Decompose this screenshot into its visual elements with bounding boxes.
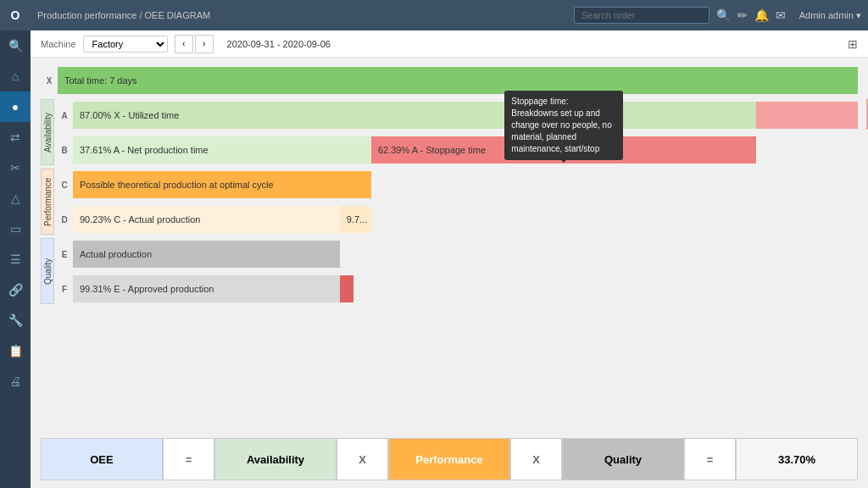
breadcrumb: Production performance / OEE DIAGRAM [37, 10, 567, 20]
row-d-text: 90.23% C - Actual production [80, 214, 200, 225]
row-b-main-bar: 37.61% A - Net production time [73, 136, 371, 164]
sidebar-icon-exchange[interactable]: ⇄ [0, 122, 31, 152]
formula-result-label: 33.70% [778, 453, 815, 466]
sidebar-icon-tools[interactable]: ✂ [0, 152, 31, 183]
row-c-main-bar: Possible theoretical production at optim… [73, 171, 371, 198]
search-icon[interactable]: 🔍 [716, 8, 731, 22]
machine-select[interactable]: Factory [83, 36, 168, 53]
date-range: 2020-09-31 - 2020-09-06 [227, 39, 331, 49]
mail-icon[interactable]: ✉ [776, 8, 786, 22]
performance-vertical-label: Performance [41, 169, 54, 235]
performance-group: Performance C Possible theoretical produ… [41, 169, 858, 236]
formula-perf-box: Performance [388, 438, 510, 480]
row-a-label: A [56, 111, 73, 120]
main-area: Production performance / OEE DIAGRAM 🔍 ✏… [31, 0, 868, 488]
sidebar-icon-printer[interactable]: 🖨 [0, 366, 31, 396]
edit-icon[interactable]: ✏ [737, 8, 748, 22]
prev-date-button[interactable]: ‹ [175, 35, 193, 53]
row-b-text: 37.61% A - Net production time [80, 145, 209, 155]
formula-perf-label: Performance [415, 453, 482, 466]
row-e-label: E [56, 250, 73, 259]
row-c-label: C [56, 180, 73, 190]
row-a-main-bar: 87.00% X - Utilized time [73, 102, 756, 129]
formula-eq2-box: = [684, 438, 736, 480]
topbar: Production performance / OEE DIAGRAM 🔍 ✏… [31, 0, 868, 30]
app-logo[interactable]: O [0, 0, 31, 30]
row-f-label: F [56, 285, 73, 294]
row-c-bar-container: Possible theoretical production at optim… [73, 169, 858, 201]
stoppage-tooltip: Stoppage time: Breakdowns set up and cha… [504, 91, 623, 160]
row-b-right-text: 62.39% A - Stoppage time [378, 145, 486, 155]
view-toggle-icon[interactable]: ⊞ [848, 37, 858, 51]
quality-rows: E Actual production F 99.31% E - Approv [56, 238, 858, 305]
formula-eq1-label: = [186, 453, 192, 466]
sidebar-icon-home[interactable]: ⌂ [0, 61, 31, 92]
availability-rows: A 87.00% X - Utilized time Stoppage time… [56, 99, 858, 166]
row-d-main-bar: 90.23% C - Actual production [73, 206, 340, 233]
formula-x1-box: X [337, 438, 388, 480]
formula-qual-box: Quality [562, 438, 684, 480]
row-b: B 37.61% A - Net production time 62.39% … [56, 134, 858, 166]
formula-avail-box: Availability [214, 438, 337, 480]
formula-eq1-box: = [163, 438, 214, 480]
availability-vertical-label: Availability [41, 99, 54, 165]
row-f-text: 99.31% E - Approved production [80, 284, 214, 294]
row-a-text: 87.00% X - Utilized time [80, 110, 179, 120]
row-x-text: Total time: 7 days [64, 75, 137, 86]
formula-result-box: 33.70% [736, 438, 858, 480]
row-x: X Total time: 7 days [41, 64, 858, 97]
machine-label: Machine [41, 39, 76, 49]
formula-x2-box: X [510, 438, 562, 480]
sidebar-icon-wrench[interactable]: 🔧 [0, 305, 31, 336]
formula-eq2-label: = [707, 453, 714, 466]
sidebar-icon-search[interactable]: 🔍 [0, 30, 31, 61]
row-x-bar: Total time: 7 days [58, 67, 858, 94]
row-f-side-bar [340, 275, 353, 302]
quality-vertical-label: Quality [41, 238, 54, 304]
row-a: A 87.00% X - Utilized time Stoppage time… [56, 99, 858, 131]
user-menu[interactable]: Admin admin ▾ [799, 10, 861, 21]
row-e: E Actual production [56, 238, 858, 270]
sidebar-icon-report[interactable]: 📋 [0, 336, 31, 366]
formula-x2-label: X [532, 453, 540, 466]
row-d-bar-container: 90.23% C - Actual production 9.7... [73, 203, 858, 236]
sidebar-icon-active[interactable]: ● [0, 92, 31, 122]
row-e-main-bar: Actual production [73, 241, 340, 268]
oee-formula: OEE = Availability X Performance X Quali… [41, 437, 858, 481]
sidebar-icon-alert[interactable]: △ [0, 183, 31, 214]
row-d-side-bar: 9.7... [340, 206, 371, 233]
search-input[interactable] [574, 7, 709, 24]
row-e-text: Actual production [80, 249, 152, 259]
row-b-bar-container: 37.61% A - Net production time 62.39% A … [73, 134, 858, 166]
row-x-label: X [41, 76, 58, 86]
content-area: X Total time: 7 days Availability A [31, 58, 868, 488]
formula-x1-label: X [359, 453, 366, 466]
availability-group: Availability A 87.00% X - Utilized time [41, 99, 858, 166]
formula-oee-label: OEE [90, 453, 113, 466]
sidebar-icon-link[interactable]: 🔗 [0, 274, 31, 305]
row-c: C Possible theoretical production at opt… [56, 169, 858, 201]
performance-rows: C Possible theoretical production at opt… [56, 169, 858, 236]
row-d: D 90.23% C - Actual production 9.7... [56, 203, 858, 236]
row-b-label: B [56, 146, 73, 155]
row-a-side-bar [756, 102, 858, 129]
row-c-text: Possible theoretical production at optim… [80, 180, 274, 190]
formula-qual-label: Quality [604, 453, 642, 466]
row-f-main-bar: 99.31% E - Approved production [73, 275, 340, 302]
row-f: F 99.31% E - Approved production [56, 273, 858, 305]
subtoolbar: Machine Factory ‹ › 2020-09-31 - 2020-09… [31, 30, 868, 58]
row-x-bar-container: Total time: 7 days [58, 64, 858, 97]
formula-avail-label: Availability [247, 453, 304, 466]
row-d-right-text: 9.7... [347, 214, 367, 225]
sidebar-icon-list[interactable]: ☰ [0, 244, 31, 274]
row-a-bar-container: 87.00% X - Utilized time Stoppage time: … [73, 99, 858, 131]
next-date-button[interactable]: › [195, 35, 214, 53]
sidebar: O 🔍 ⌂ ● ⇄ ✂ △ ▭ ☰ 🔗 🔧 📋 🖨 [0, 0, 31, 488]
row-d-label: D [56, 215, 73, 225]
quality-group: Quality E Actual production F [41, 238, 858, 305]
notification-icon[interactable]: 🔔 [754, 8, 769, 22]
row-e-bar-container: Actual production [73, 238, 858, 270]
topbar-icons: 🔍 ✏ 🔔 ✉ [716, 8, 786, 22]
sidebar-icon-monitor[interactable]: ▭ [0, 214, 31, 244]
formula-oee-box: OEE [41, 438, 163, 480]
